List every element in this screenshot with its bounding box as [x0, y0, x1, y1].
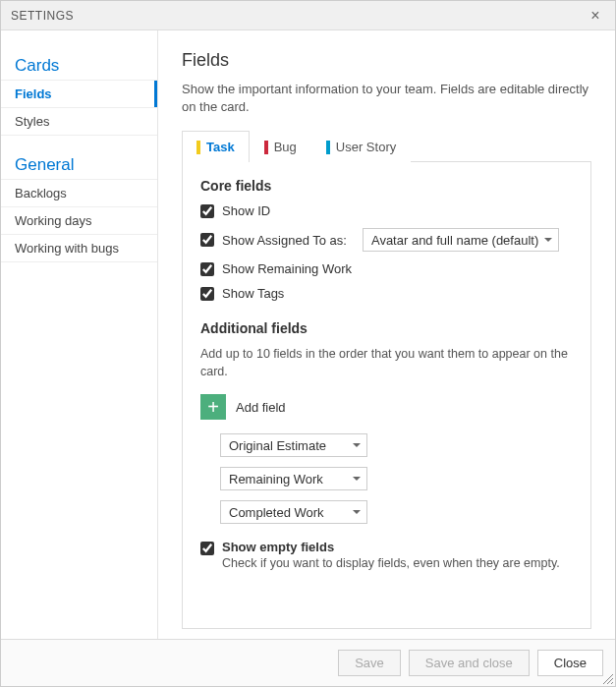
sidebar-item-fields[interactable]: Fields	[1, 81, 157, 108]
additional-field-select-2[interactable]: Completed Work	[220, 500, 367, 524]
save-and-close-button[interactable]: Save and close	[409, 650, 530, 676]
plus-icon: +	[200, 394, 226, 420]
work-item-tabs: Task Bug User Story	[182, 130, 591, 162]
additional-field-select-1[interactable]: Remaining Work	[220, 467, 367, 490]
additional-field-value: Remaining Work	[229, 472, 323, 487]
show-id-label: Show ID	[222, 203, 270, 218]
show-id-row: Show ID	[200, 203, 573, 218]
show-assigned-row: Show Assigned To as: Avatar and full nam…	[200, 228, 573, 252]
core-fields-heading: Core fields	[200, 178, 573, 194]
show-empty-fields-checkbox[interactable]	[200, 542, 214, 555]
main-panel: Fields Show the important information to…	[158, 30, 615, 639]
additional-fields-sub: Add up to 10 fields in the order that yo…	[200, 346, 573, 380]
task-color-icon	[196, 141, 200, 154]
show-assigned-checkbox[interactable]	[200, 233, 214, 247]
tab-task[interactable]: Task	[182, 131, 250, 162]
show-empty-fields-row: Show empty fields Check if you want to d…	[200, 540, 573, 570]
page-description: Show the important information to your t…	[182, 81, 591, 116]
sidebar: Cards Fields Styles General Backlogs Wor…	[1, 30, 158, 639]
add-field-button[interactable]: + Add field	[200, 394, 286, 420]
show-tags-row: Show Tags	[200, 286, 573, 301]
bug-color-icon	[264, 141, 268, 154]
user-story-color-icon	[326, 141, 330, 154]
additional-field-select-0[interactable]: Original Estimate	[220, 433, 367, 457]
assigned-display-select[interactable]: Avatar and full name (default)	[363, 228, 559, 252]
tab-user-story[interactable]: User Story	[311, 131, 411, 162]
dialog-footer: Save Save and close Close	[1, 639, 615, 686]
close-icon[interactable]: ×	[586, 7, 605, 25]
additional-field-value: Completed Work	[229, 505, 324, 520]
settings-dialog: SETTINGS × Cards Fields Styles General B…	[0, 0, 616, 687]
tab-label: Bug	[274, 140, 297, 154]
save-button[interactable]: Save	[338, 650, 401, 676]
tab-bug[interactable]: Bug	[250, 131, 311, 162]
sidebar-item-styles[interactable]: Styles	[1, 108, 157, 136]
svg-line-2	[611, 682, 613, 684]
tab-label: Task	[206, 140, 235, 154]
additional-fields-heading: Additional fields	[200, 320, 573, 336]
sidebar-heading-cards: Cards	[1, 50, 157, 81]
sidebar-item-backlogs[interactable]: Backlogs	[1, 180, 157, 207]
sidebar-heading-general: General	[1, 149, 157, 180]
show-remaining-row: Show Remaining Work	[200, 261, 573, 276]
additional-field-value: Original Estimate	[229, 438, 326, 453]
titlebar: SETTINGS ×	[1, 1, 615, 30]
tab-label: User Story	[336, 140, 396, 154]
add-field-label: Add field	[236, 400, 286, 415]
resize-handle-icon[interactable]	[601, 672, 613, 684]
show-remaining-checkbox[interactable]	[200, 262, 214, 276]
close-button[interactable]: Close	[537, 650, 603, 676]
show-empty-fields-label: Show empty fields	[222, 540, 560, 554]
assigned-display-value: Avatar and full name (default)	[371, 233, 538, 248]
sidebar-item-working-days[interactable]: Working days	[1, 207, 157, 235]
show-empty-fields-sub: Check if you want to display fields, eve…	[222, 556, 560, 570]
dialog-body: Cards Fields Styles General Backlogs Wor…	[1, 30, 615, 639]
page-title: Fields	[182, 50, 591, 71]
titlebar-title: SETTINGS	[11, 9, 74, 23]
show-id-checkbox[interactable]	[200, 204, 214, 218]
show-remaining-label: Show Remaining Work	[222, 261, 352, 276]
additional-fields-list: Original Estimate Remaining Work Complet…	[220, 433, 573, 524]
show-assigned-label: Show Assigned To as:	[222, 233, 347, 248]
sidebar-item-working-with-bugs[interactable]: Working with bugs	[1, 235, 157, 262]
show-tags-label: Show Tags	[222, 286, 284, 301]
tab-panel: Core fields Show ID Show Assigned To as:…	[182, 162, 591, 629]
show-tags-checkbox[interactable]	[200, 287, 214, 301]
